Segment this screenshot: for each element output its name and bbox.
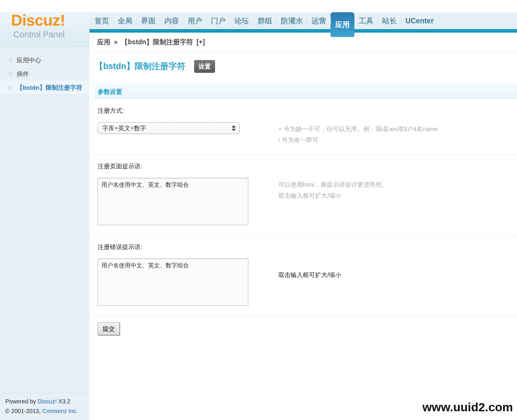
hint-line: 双击输入框可扩大/缩小	[278, 269, 341, 280]
discuz-link[interactable]: Discuz!	[38, 398, 57, 405]
error-tip-textarea[interactable]: 用户名使用中文、英文、数字组合	[98, 259, 248, 306]
submit-button[interactable]: 提交	[98, 322, 120, 336]
breadcrumb: 应用 » 【bstdn】限制注册字符 [+]	[93, 33, 517, 52]
sidebar-item-app-center[interactable]: 应用中心	[0, 53, 89, 67]
breadcrumb-expand-link[interactable]: [+]	[196, 38, 205, 46]
breadcrumb-section[interactable]: 应用	[97, 38, 110, 47]
nav-tab-portal[interactable]: 门户	[207, 12, 230, 29]
nav-tab-antispam[interactable]: 防灌水	[277, 12, 307, 29]
nav-tab-operation[interactable]: 运营	[307, 12, 330, 29]
nav-tab-groups[interactable]: 群组	[253, 12, 277, 29]
sidebar-footer: Powered by Discuz! X3.2 © 2001-2013, Com…	[3, 393, 87, 418]
hint-line: 双击输入框可扩大/缩小	[278, 190, 388, 201]
powered-prefix: Powered by	[5, 398, 38, 405]
title-row: 【bstdn】限制注册字符 设置	[95, 60, 517, 73]
breadcrumb-page: 【bstdn】限制注册字符	[121, 38, 193, 47]
register-mode-select[interactable]: 字库+英文+数字	[98, 122, 240, 134]
bullet-icon	[9, 86, 12, 89]
top-header: 首页 全局 界面 内容 用户 门户 论坛 群组 防灌水 运营 应用 工具 站长 …	[89, 0, 517, 29]
error-tip-hint: 双击输入框可扩大/缩小	[262, 243, 341, 307]
sidebar-item-label: 【bstdn】限制注册字符	[17, 84, 82, 92]
form-row-register-mode: 注册方式: 字库+英文+数字 + 号为缺一不可，但可以无序。例：我i是am用3户…	[95, 99, 517, 155]
nav-tab-home[interactable]: 首页	[90, 12, 113, 29]
hint-line: + 号为缺一不可，但可以无序。例：我i是am用3户4名name	[278, 123, 438, 135]
top-nav: 首页 全局 界面 内容 用户 门户 论坛 群组 防灌水 运营 应用 工具 站长 …	[90, 0, 438, 29]
row-left: 注册方式: 字库+英文+数字	[98, 107, 262, 146]
sidebar-item-plugins[interactable]: 插件	[0, 67, 89, 81]
register-mode-selected-value: 字库+英文+数字	[102, 124, 232, 132]
register-mode-label: 注册方式:	[98, 107, 262, 115]
comsenz-link[interactable]: Comsenz Inc.	[42, 408, 78, 414]
sidebar-item-label: 应用中心	[17, 56, 41, 64]
powered-suffix: X3.2	[57, 398, 71, 405]
page-tip-label: 注册页面提示语:	[98, 162, 262, 170]
error-tip-label: 注册错误提示语:	[98, 243, 262, 251]
form-row-error-tip: 注册错误提示语: 用户名使用中文、英文、数字组合 双击输入框可扩大/缩小	[95, 235, 517, 316]
main-content: 【bstdn】限制注册字符 设置 参数设置 注册方式: 字库+英文+数字 + 号…	[93, 52, 517, 420]
settings-button[interactable]: 设置	[194, 60, 215, 73]
bullet-icon	[9, 59, 12, 62]
page-title: 【bstdn】限制注册字符	[95, 61, 185, 72]
page-tip-textarea[interactable]: 用户名使用中文、英文、数字组合	[98, 178, 248, 225]
copyright-line: © 2001-2013, Comsenz Inc.	[5, 406, 84, 416]
submit-row: 提交	[95, 316, 517, 336]
section-header-params: 参数设置	[95, 84, 517, 99]
form-row-page-tip: 注册页面提示语: 用户名使用中文、英文、数字组合 可以使用html，将提示语设计…	[95, 155, 517, 235]
nav-tab-ucenter[interactable]: UCenter	[401, 12, 438, 29]
nav-tab-forum[interactable]: 论坛	[230, 12, 253, 29]
sidebar-menu: 应用中心 插件 【bstdn】限制注册字符	[0, 53, 89, 94]
register-mode-hint: + 号为缺一不可，但可以无序。例：我i是am用3户4名name / 号为有一即可	[262, 107, 438, 146]
logo-subtitle: Control Panel	[13, 30, 89, 39]
sidebar-item-bstdn-active[interactable]: 【bstdn】限制注册字符	[0, 81, 89, 94]
accent-bar	[89, 29, 517, 33]
nav-tab-content[interactable]: 内容	[160, 12, 183, 29]
nav-tab-interface[interactable]: 界面	[137, 12, 160, 29]
discuz-logo: Discuz!	[11, 11, 89, 29]
bullet-icon	[9, 72, 12, 75]
sidebar: 应用中心 插件 【bstdn】限制注册字符 Powered by Discuz!…	[0, 47, 89, 420]
nav-tab-users[interactable]: 用户	[183, 12, 207, 29]
nav-tab-apps-active[interactable]: 应用	[330, 12, 354, 37]
logo-area: Discuz! Control Panel	[0, 0, 89, 47]
powered-by-line: Powered by Discuz! X3.2	[5, 397, 84, 406]
sidebar-item-label: 插件	[17, 70, 29, 78]
select-stepper-icon	[232, 125, 236, 131]
hint-line: 可以使用html，将提示语设计更漂亮些。	[278, 179, 388, 190]
copyright-prefix: © 2001-2013,	[5, 408, 42, 414]
hint-line: / 号为有一即可	[278, 135, 438, 146]
row-left: 注册页面提示语: 用户名使用中文、英文、数字组合	[98, 162, 262, 226]
nav-tab-global[interactable]: 全局	[113, 12, 137, 29]
nav-tab-webmaster[interactable]: 站长	[378, 12, 401, 29]
breadcrumb-separator: »	[114, 38, 118, 46]
nav-tab-tools[interactable]: 工具	[354, 12, 378, 29]
row-left: 注册错误提示语: 用户名使用中文、英文、数字组合	[98, 243, 262, 307]
watermark: www.uuid2.com	[422, 400, 513, 414]
page-tip-hint: 可以使用html，将提示语设计更漂亮些。 双击输入框可扩大/缩小	[262, 162, 388, 226]
